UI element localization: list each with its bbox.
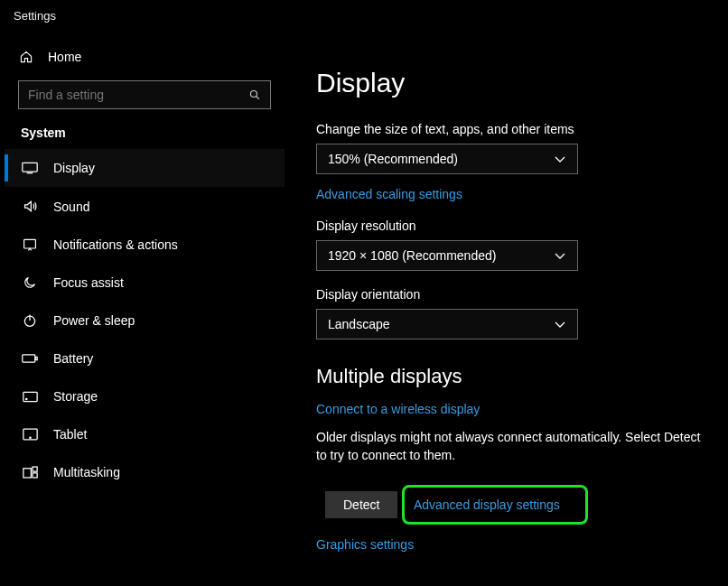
power-icon <box>21 313 39 328</box>
svg-line-1 <box>257 97 259 99</box>
orientation-label: Display orientation <box>316 287 719 302</box>
svg-rect-9 <box>23 392 36 401</box>
sidebar-nav: Display Sound Notifications & actions Fo… <box>5 149 285 491</box>
content-area: Display Change the size of text, apps, a… <box>289 32 728 586</box>
sound-icon <box>21 199 39 214</box>
sidebar: Home System Display Sound <box>0 32 289 586</box>
chevron-down-icon <box>554 249 566 262</box>
sidebar-item-label: Multitasking <box>53 465 120 479</box>
display-icon <box>21 162 39 174</box>
home-label: Home <box>48 50 81 64</box>
sidebar-category-label: System <box>5 109 285 149</box>
sidebar-item-notifications[interactable]: Notifications & actions <box>5 226 285 264</box>
battery-icon <box>21 353 39 364</box>
svg-rect-8 <box>36 357 38 359</box>
multitasking-icon <box>21 466 39 479</box>
home-nav-item[interactable]: Home <box>5 41 285 73</box>
notifications-icon <box>21 237 39 252</box>
advanced-display-settings-link[interactable]: Advanced display settings <box>414 498 560 512</box>
svg-rect-7 <box>23 355 35 362</box>
sidebar-item-label: Tablet <box>53 427 87 442</box>
search-input[interactable] <box>28 88 248 102</box>
chevron-down-icon <box>554 318 566 330</box>
chevron-down-icon <box>554 153 566 165</box>
svg-rect-14 <box>33 467 37 471</box>
search-icon <box>248 88 261 101</box>
resolution-dropdown[interactable]: 1920 × 1080 (Recommended) <box>316 240 578 271</box>
sidebar-item-label: Power & sleep <box>53 313 135 328</box>
storage-icon <box>21 391 39 403</box>
orientation-value: Landscape <box>328 317 390 331</box>
sidebar-item-label: Display <box>53 161 95 175</box>
multiple-displays-title: Multiple displays <box>316 365 719 388</box>
svg-point-0 <box>250 90 257 97</box>
sidebar-item-tablet[interactable]: Tablet <box>5 415 285 453</box>
advanced-scaling-link[interactable]: Advanced scaling settings <box>316 187 462 201</box>
wireless-display-link[interactable]: Connect to a wireless display <box>316 402 480 416</box>
svg-rect-15 <box>33 473 37 478</box>
search-box[interactable] <box>18 80 271 109</box>
svg-rect-2 <box>23 163 37 172</box>
scale-value: 150% (Recommended) <box>328 152 458 166</box>
focus-assist-icon <box>21 275 39 290</box>
sidebar-item-focus-assist[interactable]: Focus assist <box>5 264 285 302</box>
resolution-label: Display resolution <box>316 219 719 233</box>
highlight-annotation: Advanced display settings <box>402 485 588 525</box>
window-title: Settings <box>0 0 728 32</box>
resolution-value: 1920 × 1080 (Recommended) <box>328 248 496 263</box>
sidebar-item-battery[interactable]: Battery <box>5 340 285 377</box>
scale-dropdown[interactable]: 150% (Recommended) <box>316 144 578 174</box>
sidebar-item-multitasking[interactable]: Multitasking <box>5 453 285 491</box>
sidebar-item-label: Sound <box>53 200 89 214</box>
sidebar-item-storage[interactable]: Storage <box>5 377 285 415</box>
page-title: Display <box>316 68 719 98</box>
detect-info-text: Older displays might not always connect … <box>316 428 714 465</box>
svg-point-12 <box>29 437 30 438</box>
svg-point-10 <box>25 398 26 399</box>
sidebar-item-label: Focus assist <box>53 275 124 290</box>
orientation-dropdown[interactable]: Landscape <box>316 309 578 340</box>
scale-label: Change the size of text, apps, and other… <box>316 122 719 136</box>
tablet-icon <box>21 428 39 441</box>
sidebar-item-label: Storage <box>53 389 98 404</box>
svg-rect-4 <box>24 239 36 248</box>
sidebar-item-sound[interactable]: Sound <box>5 187 285 226</box>
sidebar-item-label: Notifications & actions <box>53 237 178 252</box>
detect-button[interactable]: Detect <box>325 491 397 518</box>
svg-rect-13 <box>23 469 30 478</box>
sidebar-item-label: Battery <box>53 351 93 366</box>
home-icon <box>18 50 34 64</box>
sidebar-item-power-sleep[interactable]: Power & sleep <box>5 302 285 340</box>
sidebar-item-display[interactable]: Display <box>5 149 285 187</box>
graphics-settings-link[interactable]: Graphics settings <box>316 537 414 552</box>
